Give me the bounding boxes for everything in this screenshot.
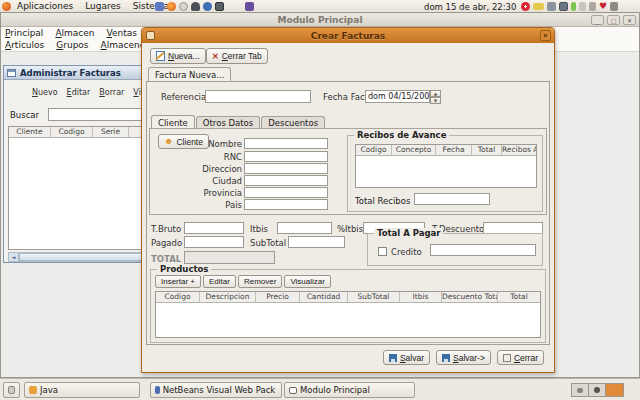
dialog-titlebar[interactable]: Crear Facturas ✕	[142, 28, 554, 43]
column-header[interactable]: Recibos A...	[502, 145, 536, 155]
menu-principal[interactable]: Principal	[5, 28, 43, 38]
salvar-siguiente-button[interactable]: Salvar->	[436, 350, 491, 365]
column-header[interactable]: Concepto	[392, 145, 436, 155]
network-icon[interactable]	[533, 3, 544, 10]
t-bruto-input[interactable]	[184, 222, 244, 234]
column-header[interactable]: Cliente	[9, 127, 51, 137]
column-header[interactable]: Total	[498, 292, 540, 302]
updates-icon[interactable]	[521, 2, 530, 11]
help-icon[interactable]	[179, 2, 188, 11]
column-header[interactable]: Itbis	[400, 292, 442, 302]
remover-button[interactable]: Remover	[238, 275, 282, 288]
column-header[interactable]: Cantidad	[300, 292, 348, 302]
battery-icon[interactable]	[571, 2, 576, 11]
direccion-label: Direccion	[158, 164, 242, 174]
column-header[interactable]: Codigo	[156, 292, 200, 302]
ciudad-input[interactable]	[244, 175, 328, 186]
maximize-button[interactable]: □	[607, 15, 620, 25]
files-launcher-icon[interactable]	[155, 2, 164, 11]
netbeans-launcher-icon[interactable]	[245, 2, 254, 11]
applet-icon[interactable]	[579, 2, 586, 11]
tab-cliente[interactable]: Cliente	[151, 115, 195, 129]
minimize-button[interactable]: _	[591, 15, 604, 25]
show-desktop-button[interactable]	[3, 382, 20, 398]
clock[interactable]: dom 15 de abr, 22:30	[424, 2, 516, 12]
browser-icon[interactable]	[191, 2, 200, 11]
menu-almacen[interactable]: Almacen	[55, 28, 94, 38]
direccion-input[interactable]	[244, 163, 328, 174]
editar-button[interactable]: Editar	[203, 275, 236, 288]
credito-checkbox[interactable]	[378, 247, 387, 256]
column-header[interactable]: Codigo	[51, 127, 93, 137]
menu-grupos[interactable]: Grupos	[56, 40, 88, 50]
heart-icon[interactable]: ♥	[599, 2, 607, 11]
scroll-left-button[interactable]: ◄	[9, 253, 19, 261]
recibos-table[interactable]: Codigo Concepto Fecha Total Recibos A...	[355, 144, 537, 188]
detail-tabs: Cliente Otros Datos Descuentos	[151, 115, 325, 129]
workspace-1[interactable]	[572, 384, 589, 396]
workspace-3-active[interactable]	[606, 384, 623, 396]
applet-icon[interactable]	[589, 2, 596, 11]
task-modulo-principal[interactable]: Modulo Principal	[284, 382, 415, 398]
nueva-button[interactable]: Nueva...	[150, 48, 206, 64]
close-button[interactable]: ✕	[623, 15, 636, 25]
nombre-label: Nombre	[158, 139, 242, 149]
provincia-input[interactable]	[244, 187, 328, 198]
column-header[interactable]: Descripcion	[200, 292, 256, 302]
fecha-factura-value[interactable]: dom 04/15/2007	[365, 90, 430, 103]
column-header[interactable]: SubTotal	[348, 292, 400, 302]
cerrar-tab-label: Cerrar Tab	[222, 51, 262, 61]
tab-factura-nueva[interactable]: Factura Nueva...	[148, 67, 231, 81]
display-icon[interactable]	[559, 2, 568, 11]
column-header[interactable]: Serie	[93, 127, 129, 137]
column-header[interactable]: Fecha	[436, 145, 472, 155]
menu-lugares[interactable]: Lugares	[79, 0, 127, 13]
panel-launchers	[155, 2, 254, 11]
system-tray: ♥	[521, 2, 618, 11]
keyboard-icon[interactable]	[610, 2, 618, 11]
distro-logo-icon[interactable]	[2, 2, 11, 11]
terminal-icon[interactable]	[215, 2, 224, 11]
menu-articulos[interactable]: Articulos	[5, 40, 44, 50]
itbis-input[interactable]	[277, 222, 332, 234]
taskbar: Java NetBeans Visual Web Pack 5.5 - Tech…	[0, 378, 640, 400]
total-recibos-input[interactable]	[414, 193, 490, 205]
productos-table[interactable]: Codigo Descripcion Precio Cantidad SubTo…	[155, 291, 541, 338]
salvar-button[interactable]: Salvar	[383, 350, 430, 365]
visualizar-button[interactable]: Visualizar	[284, 275, 331, 288]
cerrar-button[interactable]: Cerrar	[497, 350, 544, 365]
pagado-input[interactable]	[184, 236, 244, 248]
menu-borrar[interactable]: Borrar	[99, 88, 124, 97]
firefox-icon[interactable]	[167, 2, 176, 11]
column-header[interactable]: Total	[472, 145, 502, 155]
column-header[interactable]: Codigo	[356, 145, 392, 155]
spinner-up-button[interactable]: ▲	[430, 90, 441, 97]
menu-ventas[interactable]: Ventas	[107, 28, 137, 38]
menu-editar[interactable]: Editar	[67, 88, 91, 97]
menu-nuevo[interactable]: Nuevo	[32, 88, 58, 97]
task-netbeans[interactable]: NetBeans Visual Web Pack 5.5 - Technical…	[150, 382, 282, 398]
salvar-siguiente-label: Salvar->	[453, 353, 485, 363]
column-header[interactable]: Descuento Total	[442, 292, 498, 302]
rnc-input[interactable]	[244, 151, 328, 162]
spinner-down-button[interactable]: ▼	[430, 97, 441, 104]
fecha-factura-spinner[interactable]: dom 04/15/2007 ▲ ▼	[365, 90, 441, 103]
window-titlebar[interactable]: Modulo Principal _ □ ✕	[1, 13, 639, 27]
workspace-window-icon	[577, 388, 583, 393]
subtotal-input[interactable]	[288, 236, 345, 248]
dialog-close-button[interactable]: ✕	[540, 30, 551, 41]
volume-icon[interactable]	[547, 2, 556, 11]
total-a-pagar-input[interactable]	[430, 244, 536, 256]
workspace-2[interactable]	[589, 384, 606, 396]
pais-input[interactable]	[244, 199, 328, 210]
task-java[interactable]: Java	[24, 382, 140, 398]
column-header[interactable]: Precio	[256, 292, 300, 302]
cerrar-tab-button[interactable]: ✕ Cerrar Tab	[206, 48, 268, 64]
workspace-window-icon	[594, 387, 600, 393]
app-flower-icon[interactable]	[203, 2, 212, 11]
insertar-button[interactable]: Insertar +	[155, 275, 201, 288]
nombre-input[interactable]	[244, 138, 328, 149]
referencia-input[interactable]	[205, 90, 311, 103]
menu-aplicaciones[interactable]: Aplicaciones	[11, 0, 79, 13]
spinner-arrows: ▲ ▼	[430, 90, 441, 103]
